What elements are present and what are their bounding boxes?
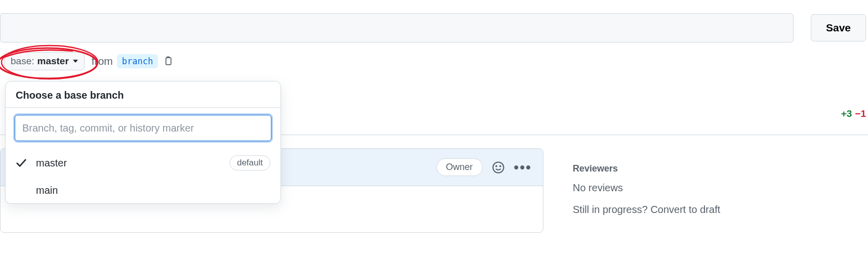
branch-option-label: master <box>36 157 67 169</box>
branch-option-master[interactable]: master default <box>6 148 281 178</box>
clipboard-icon[interactable] <box>163 56 173 66</box>
no-reviews-text: No reviews <box>573 182 785 194</box>
base-prefix: base: <box>11 56 34 67</box>
compare-branch-chip[interactable]: branch <box>117 54 158 68</box>
title-input-box[interactable] <box>0 13 794 42</box>
base-branch-selector[interactable]: base: master <box>4 52 85 70</box>
branch-option-main[interactable]: main <box>6 178 281 203</box>
branch-search-input[interactable] <box>15 115 271 141</box>
default-badge: default <box>229 155 270 170</box>
reviewers-heading[interactable]: Reviewers <box>573 163 785 174</box>
diffstat: +3 −1 <box>841 108 866 119</box>
emoji-icon[interactable] <box>492 161 505 174</box>
save-button[interactable]: Save <box>811 14 866 41</box>
svg-rect-0 <box>166 58 171 65</box>
branch-list: master default main <box>6 148 281 203</box>
svg-point-4 <box>496 165 497 166</box>
base-branch-dropdown: Choose a base branch master default main <box>5 81 281 204</box>
sidebar: Reviewers No reviews Still in progress? … <box>573 163 785 216</box>
branch-option-label: main <box>36 185 58 196</box>
deletions-count: −1 <box>855 108 866 119</box>
from-text: from <box>92 55 113 67</box>
check-icon <box>16 157 36 168</box>
kebab-menu-icon[interactable]: ••• <box>514 160 532 175</box>
svg-point-5 <box>500 165 501 166</box>
base-branch-name: master <box>37 56 68 67</box>
owner-badge: Owner <box>437 158 483 176</box>
dropdown-title: Choose a base branch <box>6 81 281 108</box>
svg-point-3 <box>493 162 503 173</box>
convert-to-draft-link[interactable]: Still in progress? Convert to draft <box>573 204 785 216</box>
chevron-down-icon <box>73 60 78 63</box>
branch-compare-row: base: master from branch <box>4 52 173 70</box>
additions-count: +3 <box>841 108 852 119</box>
